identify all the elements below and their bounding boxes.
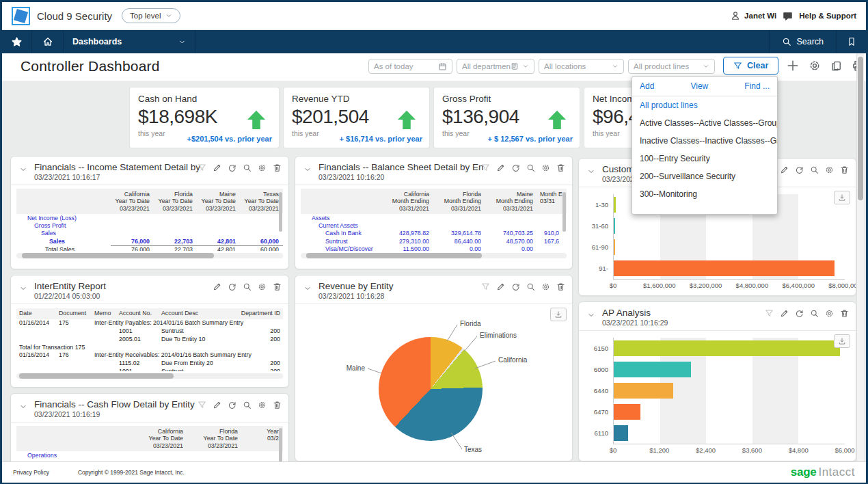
panel-delete-button[interactable] (840, 165, 849, 174)
vertical-scrollbar[interactable] (279, 192, 282, 232)
panel-refresh-button[interactable] (228, 282, 236, 291)
panel-settings-button[interactable] (541, 282, 550, 291)
panel-refresh-button[interactable] (511, 282, 520, 291)
panel-zoom-button[interactable] (243, 282, 252, 291)
panel-refresh-button[interactable] (228, 401, 236, 409)
vertical-scrollbar[interactable] (562, 192, 566, 232)
panel-edit-button[interactable] (780, 309, 789, 318)
vertical-scrollbar[interactable] (279, 428, 282, 461)
collapse-chevron-icon[interactable] (19, 165, 27, 174)
collapse-chevron-icon[interactable] (587, 311, 595, 319)
panel-delete-button[interactable] (840, 309, 849, 318)
dropdown-item[interactable]: 300--Monitoring (632, 185, 777, 214)
search-button[interactable]: Search (769, 30, 836, 53)
clear-filters-button[interactable]: Clear (723, 57, 778, 75)
chat-icon[interactable] (783, 11, 793, 21)
panel-delete-button[interactable] (556, 163, 565, 172)
panel-zoom-button[interactable] (243, 163, 252, 172)
panel-filter-button[interactable] (198, 163, 206, 172)
panel-delete-button[interactable] (273, 163, 282, 172)
panel-refresh-button[interactable] (228, 163, 236, 172)
panel-refresh-button[interactable] (795, 309, 804, 318)
user-menu[interactable]: Janet Wi (731, 11, 776, 21)
favorites-button[interactable] (2, 30, 32, 53)
dropdown-item[interactable]: All product lines (632, 96, 777, 114)
dropdown-item[interactable]: Inactive Classes--Inactive Classes--Grou… (632, 132, 777, 150)
panel-settings-button[interactable] (825, 309, 834, 318)
dropdown-view-link[interactable]: View (690, 81, 708, 91)
horizontal-scrollbar[interactable] (16, 373, 283, 379)
panel-zoom-button[interactable] (526, 163, 535, 172)
dashboard-settings-button[interactable] (809, 59, 821, 72)
horizontal-scrollbar[interactable] (301, 253, 567, 258)
dropdown-item[interactable]: 200--Surveillance Security (632, 167, 777, 185)
horizontal-scrollbar[interactable] (16, 253, 283, 258)
entity-selector[interactable]: Top level (122, 8, 180, 23)
chart-bar[interactable] (614, 239, 615, 255)
date-filter[interactable]: As of today (368, 59, 452, 74)
collapse-chevron-icon[interactable] (303, 284, 312, 293)
kpi-revenue-ytd[interactable]: Revenue YTD $201,504 this year + $16,714… (284, 88, 429, 148)
panel-edit-button[interactable] (213, 282, 221, 291)
panel-zoom-button[interactable] (810, 309, 819, 318)
chart-bar[interactable] (614, 362, 691, 377)
locations-filter[interactable]: All locations (539, 59, 624, 74)
panel-zoom-button[interactable] (526, 282, 535, 291)
chart-download-button[interactable] (550, 308, 567, 321)
bookmark-button[interactable] (836, 30, 866, 53)
chart-bar[interactable] (614, 260, 835, 276)
chart-bar[interactable] (614, 197, 616, 213)
cash-flow-table-wrap[interactable]: CaliforniaYear To Date03/23/2021 Florida… (11, 422, 288, 459)
panel-settings-button[interactable] (541, 163, 550, 172)
product-lines-filter[interactable]: All product lines (628, 59, 715, 74)
panel-edit-button[interactable] (213, 401, 221, 409)
kpi-cash-on-hand[interactable]: Cash on Hand $18,698K this year +$201,50… (130, 88, 279, 148)
panel-settings-button[interactable] (825, 165, 834, 174)
panel-edit-button[interactable] (213, 163, 221, 172)
panel-refresh-button[interactable] (795, 165, 804, 174)
balance-sheet-table-wrap[interactable]: CaliforniaMonth Ending03/31/2021 Florida… (295, 185, 572, 251)
collapse-chevron-icon[interactable] (19, 284, 27, 293)
panel-zoom-button[interactable] (243, 401, 252, 409)
panel-filter-button[interactable] (765, 309, 774, 318)
interentity-table-wrap[interactable]: Date Document Memo Account No. Account D… (11, 304, 288, 371)
home-button[interactable] (32, 30, 64, 53)
chart-download-button[interactable] (834, 334, 850, 348)
add-component-button[interactable] (787, 59, 799, 72)
privacy-policy-link[interactable]: Privacy Policy (13, 469, 49, 476)
panel-delete-button[interactable] (556, 282, 565, 291)
panel-zoom-button[interactable] (810, 165, 819, 174)
panel-edit-button[interactable] (780, 165, 789, 174)
dashboards-menu[interactable]: Dashboards (64, 30, 195, 53)
chart-bar[interactable] (614, 425, 628, 441)
panel-delete-button[interactable] (273, 282, 282, 291)
panel-settings-button[interactable] (258, 282, 267, 291)
panel-edit-button[interactable] (496, 282, 505, 291)
help-support-link[interactable]: Help & Support (799, 12, 856, 20)
chart-bar[interactable] (614, 218, 615, 234)
chart-bar[interactable] (614, 404, 640, 420)
panel-refresh-button[interactable] (511, 163, 520, 172)
panel-filter-button[interactable] (198, 401, 206, 409)
collapse-chevron-icon[interactable] (587, 167, 595, 176)
panel-delete-button[interactable] (273, 401, 282, 409)
dropdown-find-link[interactable]: Find ... (744, 81, 770, 91)
dropdown-item[interactable]: 100--Entry Security (632, 150, 777, 167)
chart-bar[interactable] (614, 383, 673, 399)
departments-filter[interactable]: All departments (457, 59, 534, 74)
duplicate-dashboard-button[interactable] (830, 60, 842, 72)
chart-bar[interactable] (614, 340, 840, 356)
chart-download-button[interactable] (834, 191, 850, 204)
dropdown-item[interactable]: Active Classes--Active Classes--Group (632, 114, 777, 132)
panel-edit-button[interactable] (496, 163, 505, 172)
dropdown-add-link[interactable]: Add (640, 81, 654, 91)
kpi-gross-profit[interactable]: Gross Profit $136,904 this year + $ 12,5… (434, 88, 580, 148)
panel-settings-button[interactable] (258, 163, 267, 172)
panel-settings-button[interactable] (258, 401, 267, 409)
collapse-chevron-icon[interactable] (303, 165, 312, 174)
page-scrollbar-thumb[interactable] (858, 57, 863, 200)
collapse-chevron-icon[interactable] (19, 403, 27, 411)
panel-filter-button[interactable] (481, 282, 490, 291)
income-statement-table-wrap[interactable]: CaliforniaYear To Date03/23/2021 Florida… (11, 185, 288, 251)
panel-filter-button[interactable] (481, 163, 490, 172)
